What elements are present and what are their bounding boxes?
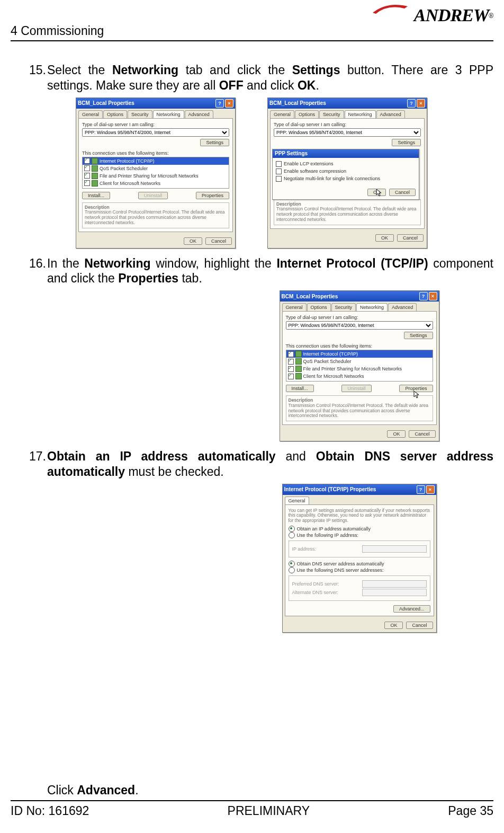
tab-security[interactable]: Security xyxy=(319,110,344,118)
list-item[interactable]: File and Printer Sharing for Microsoft N… xyxy=(286,365,433,373)
dns-auto-radio[interactable]: Obtain DNS server address automatically xyxy=(289,561,430,567)
ok-button[interactable]: OK xyxy=(387,430,406,438)
titlebar: BCM_Local Properties ?× xyxy=(280,291,439,302)
list-item[interactable]: File and Printer Sharing for Microsoft N… xyxy=(83,172,229,180)
uninstall-button: Uninstall xyxy=(341,385,372,392)
chapter-title: 4 Commissioning xyxy=(11,24,104,38)
install-button[interactable]: Install... xyxy=(286,385,314,392)
cancel-button[interactable]: Cancel xyxy=(409,430,435,438)
settings-button[interactable]: Settings xyxy=(392,139,421,146)
checkbox-icon[interactable] xyxy=(276,169,282,174)
radio-icon[interactable] xyxy=(289,567,295,573)
component-icon xyxy=(92,180,98,187)
dialog-title: BCM_Local Properties xyxy=(282,294,338,299)
radio-icon[interactable] xyxy=(289,526,295,532)
cursor-icon xyxy=(376,189,382,197)
tab-advanced[interactable]: Advanced xyxy=(185,110,213,118)
content-area: 15. Select the Networking tab and click … xyxy=(29,63,493,640)
close-icon[interactable]: × xyxy=(426,485,435,494)
ip-fields-group: IP address: xyxy=(289,540,430,557)
tab-general[interactable]: General xyxy=(78,110,103,118)
help-icon[interactable]: ? xyxy=(417,485,425,494)
titlebar-icons: ?× xyxy=(417,485,435,494)
checkbox-icon[interactable] xyxy=(84,180,90,186)
settings-button[interactable]: Settings xyxy=(200,139,229,146)
advanced-button[interactable]: Advanced... xyxy=(393,605,430,613)
dns-manual-radio[interactable]: Use the following DNS server addresses: xyxy=(289,567,430,573)
ok-button[interactable]: OK xyxy=(184,237,202,245)
tab-networking[interactable]: Networking xyxy=(345,110,376,118)
checkbox-icon[interactable] xyxy=(288,359,294,365)
checkbox-icon[interactable] xyxy=(276,161,282,167)
step-17-number: 17. xyxy=(29,449,46,464)
click-advanced-text: Click Advanced. xyxy=(47,783,139,797)
swoosh-icon xyxy=(372,2,409,15)
properties-button[interactable]: Properties xyxy=(196,192,229,199)
list-item[interactable]: Client for Microsoft Networks xyxy=(286,373,433,380)
checkbox-icon[interactable] xyxy=(288,374,294,379)
checkbox-icon[interactable] xyxy=(84,165,90,171)
alt-dns-field: Alternate DNS server: xyxy=(292,589,427,596)
tab-options[interactable]: Options xyxy=(307,303,331,311)
server-type-combo[interactable]: PPP: Windows 95/98/NT4/2000, Internet xyxy=(286,321,433,330)
checkbox-icon[interactable] xyxy=(288,366,294,372)
dialog-networking-right: BCM_Local Properties ?× General Options … xyxy=(267,98,427,249)
ip-auto-radio[interactable]: Obtain an IP address automatically xyxy=(289,526,430,532)
tab-general[interactable]: General xyxy=(270,110,294,118)
close-icon[interactable]: × xyxy=(417,99,425,108)
ppp-option[interactable]: Negotiate multi-link for single link con… xyxy=(276,176,416,182)
list-item[interactable]: QoS Packet Scheduler xyxy=(83,165,229,172)
close-icon[interactable]: × xyxy=(225,99,233,108)
component-icon xyxy=(92,158,98,164)
tab-security[interactable]: Security xyxy=(331,303,356,311)
settings-button[interactable]: Settings xyxy=(404,332,433,339)
dialog-tcpip-properties: Internet Protocol (TCP/IP) Properties ?×… xyxy=(282,484,437,633)
radio-icon[interactable] xyxy=(289,532,295,538)
cancel-button[interactable]: Cancel xyxy=(397,234,424,242)
tab-advanced[interactable]: Advanced xyxy=(376,110,405,118)
help-icon[interactable]: ? xyxy=(407,99,416,108)
titlebar-icons: ?× xyxy=(407,99,425,108)
ppp-option[interactable]: Enable LCP extensions xyxy=(276,161,416,167)
ppp-body: Enable LCP extensions Enable software co… xyxy=(273,158,419,187)
cancel-button[interactable]: Cancel xyxy=(389,189,416,196)
checkbox-icon[interactable] xyxy=(84,158,90,164)
cancel-button[interactable]: Cancel xyxy=(406,622,433,629)
list-item[interactable]: QoS Packet Scheduler xyxy=(286,358,433,365)
server-type-combo[interactable]: PPP: Windows 95/98/NT4/2000, Internet xyxy=(82,128,229,137)
checkbox-icon[interactable] xyxy=(288,351,294,357)
component-list[interactable]: Internet Protocol (TCP/IP) QoS Packet Sc… xyxy=(286,350,433,382)
tab-networking[interactable]: Networking xyxy=(153,110,184,118)
titlebar: BCM_Local Properties ?× xyxy=(268,98,427,109)
cancel-button[interactable]: Cancel xyxy=(205,237,232,245)
tab-general[interactable]: General xyxy=(285,497,309,504)
list-item[interactable]: Internet Protocol (TCP/IP) xyxy=(286,350,433,358)
help-icon[interactable]: ? xyxy=(215,99,224,108)
component-icon xyxy=(295,358,302,365)
help-icon[interactable]: ? xyxy=(419,292,428,300)
tab-security[interactable]: Security xyxy=(128,110,152,118)
list-item[interactable]: Client for Microsoft Networks xyxy=(83,180,229,187)
tab-advanced[interactable]: Advanced xyxy=(388,303,417,311)
dialog-footer: OK Cancel xyxy=(76,234,235,248)
list-item[interactable]: Internet Protocol (TCP/IP) xyxy=(83,157,229,165)
component-list[interactable]: Internet Protocol (TCP/IP) QoS Packet Sc… xyxy=(82,157,229,189)
tab-options[interactable]: Options xyxy=(103,110,127,118)
close-icon[interactable]: × xyxy=(429,292,437,300)
ppp-option[interactable]: Enable software compression xyxy=(276,169,416,174)
checkbox-icon[interactable] xyxy=(276,176,282,182)
uses-label: This connection uses the following items… xyxy=(82,150,229,156)
ok-button[interactable]: OK xyxy=(375,234,394,242)
checkbox-icon[interactable] xyxy=(84,173,90,179)
server-type-combo[interactable]: PPP: Windows 95/98/NT4/2000, Internet xyxy=(274,128,421,137)
radio-icon[interactable] xyxy=(289,561,295,567)
ok-button[interactable]: OK xyxy=(384,622,403,629)
tab-options[interactable]: Options xyxy=(295,110,319,118)
install-button[interactable]: Install... xyxy=(82,192,110,199)
description-box: Description Transmission Control Protoco… xyxy=(274,199,421,225)
ip-manual-radio[interactable]: Use the following IP address: xyxy=(289,532,430,538)
tab-networking[interactable]: Networking xyxy=(356,303,388,311)
dialog-tabs: General xyxy=(283,495,436,504)
step-16-number: 16. xyxy=(29,256,46,271)
tab-general[interactable]: General xyxy=(282,303,307,311)
